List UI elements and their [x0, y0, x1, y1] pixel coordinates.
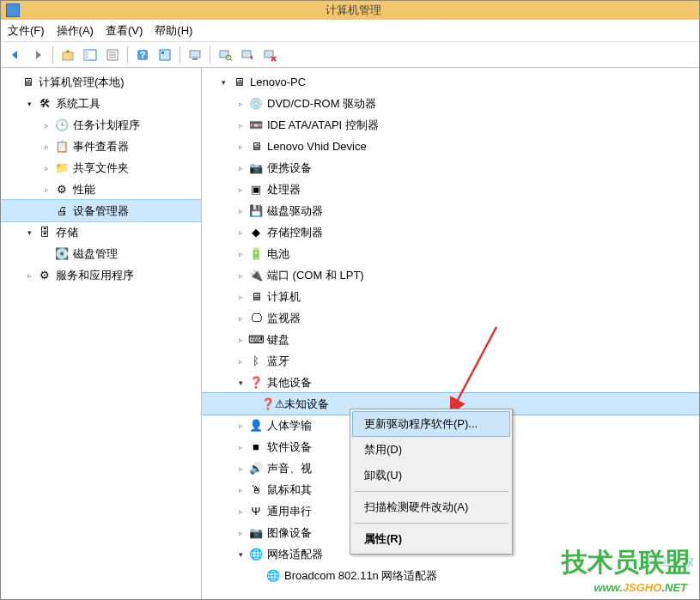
expander-icon[interactable]: ▹	[234, 248, 247, 260]
context-properties[interactable]: 属性(R)	[352, 526, 510, 552]
context-disable[interactable]: 禁用(D)	[352, 437, 510, 463]
svg-text:?: ?	[140, 50, 146, 60]
view-button[interactable]	[155, 45, 174, 64]
expander-icon[interactable]: ▹	[234, 227, 247, 239]
expander-icon[interactable]: ▹	[234, 463, 247, 475]
device-category[interactable]: ▹🔋电池	[202, 243, 699, 264]
show-hide-tree-button[interactable]	[81, 45, 100, 64]
help-button[interactable]: ?	[133, 45, 152, 64]
expander-icon[interactable]: ▹	[234, 184, 247, 196]
device-root[interactable]: ▾ 🖥 Lenovo-PC	[202, 71, 699, 93]
context-scan[interactable]: 扫描检测硬件改动(A)	[352, 494, 510, 520]
expander-icon[interactable]: ▾	[217, 76, 229, 88]
tree-performance[interactable]: ▹ ⚙ 性能	[1, 179, 201, 200]
label: 计算机管理(本地)	[39, 75, 125, 90]
expander-icon[interactable]	[40, 205, 52, 217]
update-button[interactable]	[238, 45, 257, 64]
tree-task-scheduler[interactable]: ▹ 🕒 任务计划程序	[1, 114, 201, 136]
device-mgr-icon: 🖨	[54, 203, 70, 219]
device-category[interactable]: ▹📷便携设备	[202, 157, 699, 179]
computer-button[interactable]	[186, 45, 204, 64]
expander-icon[interactable]: ▹	[234, 527, 247, 539]
properties-button[interactable]	[103, 45, 122, 64]
svg-line-15	[230, 59, 232, 61]
forward-button[interactable]	[28, 45, 47, 64]
expander-icon[interactable]: ▹	[234, 334, 247, 346]
tree-services[interactable]: ▹ ⚙ 服务和应用程序	[1, 264, 201, 286]
device-category[interactable]: ▹💾磁盘驱动器	[202, 200, 699, 221]
expander-icon[interactable]	[252, 570, 264, 582]
expander-icon[interactable]: ▹	[234, 270, 247, 282]
right-tree-pane: ▾ 🖥 Lenovo-PC ▹💿DVD/CD-ROM 驱动器▹📼IDE ATA/…	[202, 68, 699, 600]
device-category[interactable]: ▹🖵监视器	[202, 307, 699, 329]
expander-icon[interactable]: ▾	[234, 377, 247, 389]
label: 未知设备	[284, 397, 329, 412]
shared-folder-icon: 📁	[54, 161, 70, 176]
svg-rect-2	[84, 50, 88, 60]
expander-icon[interactable]: ▹	[234, 506, 247, 518]
back-button[interactable]	[6, 45, 25, 64]
separator	[127, 46, 128, 64]
label: 设备管理器	[73, 203, 129, 219]
tree-storage[interactable]: ▾ 🗄 存储	[1, 221, 201, 243]
menu-help[interactable]: 帮助(H)	[155, 23, 192, 39]
expander-icon[interactable]: ▹	[40, 184, 52, 196]
scan-button[interactable]	[216, 45, 234, 64]
expander-icon[interactable]: ▹	[234, 355, 247, 367]
menu-action[interactable]: 操作(A)	[57, 23, 94, 39]
context-uninstall[interactable]: 卸载(U)	[352, 463, 510, 488]
expander-icon[interactable]: ▹	[234, 98, 247, 110]
expander-icon[interactable]: ▾	[23, 227, 35, 239]
up-button[interactable]	[58, 45, 77, 64]
label: 事件查看器	[73, 139, 129, 155]
uninstall-button[interactable]	[260, 45, 279, 64]
device-category[interactable]: ▹🖥计算机	[202, 286, 699, 307]
label: 图像设备	[267, 525, 312, 541]
expander-icon[interactable]: ▹	[234, 141, 247, 153]
device-category[interactable]: ▹ᛒ蓝牙	[202, 350, 699, 372]
expander-icon[interactable]: ▹	[234, 312, 247, 324]
tree-disk-mgmt[interactable]: 💽 磁盘管理	[1, 243, 201, 264]
tree-root-computer-mgmt[interactable]: 🖥 计算机管理(本地)	[1, 71, 201, 93]
device-category[interactable]: ▾❓其他设备	[202, 372, 699, 393]
expander-icon[interactable]: ▹	[40, 162, 52, 174]
expander-icon[interactable]: ▹	[234, 291, 247, 303]
expander-icon[interactable]: ▾	[23, 98, 35, 110]
expander-icon[interactable]	[40, 248, 52, 260]
tree-event-viewer[interactable]: ▹ 📋 事件查看器	[1, 136, 201, 157]
device-category[interactable]: ▹▣处理器	[202, 179, 699, 200]
expander-icon[interactable]: ▹	[234, 205, 247, 217]
tree-device-manager[interactable]: 🖨 设备管理器	[1, 200, 201, 221]
separator	[354, 523, 508, 524]
label: 存储控制器	[267, 225, 323, 240]
label: IDE ATA/ATAPI 控制器	[267, 118, 379, 133]
tree-system-tools[interactable]: ▾ 🛠 系统工具	[1, 93, 201, 114]
tree-shared-folders[interactable]: ▹ 📁 共享文件夹	[1, 157, 201, 179]
expander-icon[interactable]: ▹	[234, 119, 247, 131]
device-category[interactable]: ▹💿DVD/CD-ROM 驱动器	[202, 93, 699, 114]
expander-icon[interactable]: ▹	[234, 162, 247, 174]
expander-icon[interactable]: ▹	[234, 484, 247, 496]
context-menu: 更新驱动程序软件(P)... 禁用(D) 卸载(U) 扫描检测硬件改动(A) 属…	[350, 409, 513, 555]
expander-icon[interactable]: ▹	[40, 119, 52, 131]
expander-icon[interactable]: ▹	[23, 270, 35, 282]
device-category[interactable]: ▹📼IDE ATA/ATAPI 控制器	[202, 114, 699, 136]
device-category[interactable]: ▹◆存储控制器	[202, 221, 699, 243]
label: 处理器	[267, 182, 301, 197]
menu-file[interactable]: 文件(F)	[8, 23, 45, 39]
toolbar: ?	[1, 42, 699, 68]
context-update-driver[interactable]: 更新驱动程序软件(P)...	[352, 411, 510, 437]
device-icon: ■	[248, 439, 264, 455]
device-category[interactable]: ▹⌨键盘	[202, 329, 699, 350]
tools-icon: 🛠	[37, 96, 52, 112]
device-icon: 🔋	[248, 246, 264, 262]
label: 便携设备	[267, 161, 312, 176]
expander-icon[interactable]: ▹	[234, 441, 247, 453]
expander-icon[interactable]: ▹	[40, 141, 52, 153]
expander-icon[interactable]: ▹	[234, 420, 247, 432]
menu-view[interactable]: 查看(V)	[106, 23, 143, 39]
expander-icon[interactable]	[6, 76, 18, 88]
device-category[interactable]: ▹🖥Lenovo Vhid Device	[202, 136, 699, 157]
device-category[interactable]: ▹🔌端口 (COM 和 LPT)	[202, 264, 699, 286]
expander-icon[interactable]: ▾	[234, 548, 247, 561]
